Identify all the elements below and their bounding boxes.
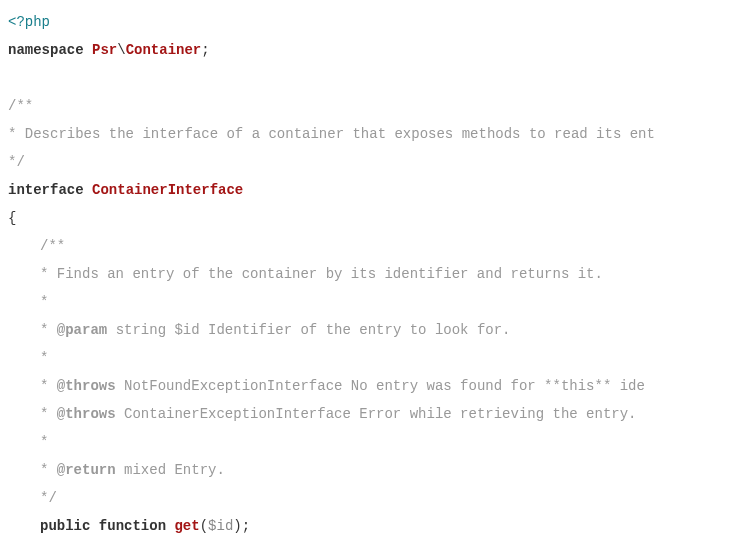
method-doc-open: /** (8, 232, 722, 260)
docblock-desc: * Describes the interface of a container… (8, 120, 722, 148)
method-doc-close: */ (8, 484, 722, 512)
namespace-separator: \ (117, 42, 125, 58)
doc-prefix: * (40, 462, 57, 478)
method-doc-star: * (8, 288, 722, 316)
throws-tag: @throws (57, 406, 116, 422)
throws-text: ContainerExceptionInterface Error while … (116, 406, 637, 422)
namespace-part-psr: Psr (92, 42, 117, 58)
docblock-close: */ (8, 148, 722, 176)
method-doc-desc: * Finds an entry of the container by its… (8, 260, 722, 288)
doc-prefix: * (40, 406, 57, 422)
method-doc-star: * (8, 344, 722, 372)
semicolon: ; (201, 42, 209, 58)
param-var-id: $id (208, 518, 233, 534)
method-doc-star: * (8, 428, 722, 456)
interface-keyword: interface (8, 182, 84, 198)
paren-open: ( (200, 518, 208, 534)
php-open-tag: <?php (8, 14, 50, 30)
code-line-namespace: namespace Psr\Container; (8, 36, 722, 64)
code-line-interface: interface ContainerInterface (8, 176, 722, 204)
param-tag: @param (57, 322, 107, 338)
method-doc-throws-1: * @throws NotFoundExceptionInterface No … (8, 372, 722, 400)
namespace-part-container: Container (126, 42, 202, 58)
code-line-method: public function get($id); (8, 512, 722, 540)
namespace-keyword: namespace (8, 42, 84, 58)
brace-open: { (8, 204, 722, 232)
doc-prefix: * (40, 322, 57, 338)
param-text: string $id Identifier of the entry to lo… (107, 322, 510, 338)
return-text: mixed Entry. (116, 462, 225, 478)
return-tag: @return (57, 462, 116, 478)
interface-name: ContainerInterface (92, 182, 243, 198)
docblock-open: /** (8, 92, 722, 120)
throws-text: NotFoundExceptionInterface No entry was … (116, 378, 645, 394)
method-doc-return: * @return mixed Entry. (8, 456, 722, 484)
method-name-get: get (174, 518, 199, 534)
code-line-php-open: <?php (8, 8, 722, 36)
throws-tag: @throws (57, 378, 116, 394)
method-doc-param: * @param string $id Identifier of the en… (8, 316, 722, 344)
function-keyword: function (99, 518, 166, 534)
paren-close: ) (233, 518, 241, 534)
public-keyword: public (40, 518, 90, 534)
semicolon: ; (242, 518, 250, 534)
blank-line (8, 64, 722, 92)
method-doc-throws-2: * @throws ContainerExceptionInterface Er… (8, 400, 722, 428)
doc-prefix: * (40, 378, 57, 394)
